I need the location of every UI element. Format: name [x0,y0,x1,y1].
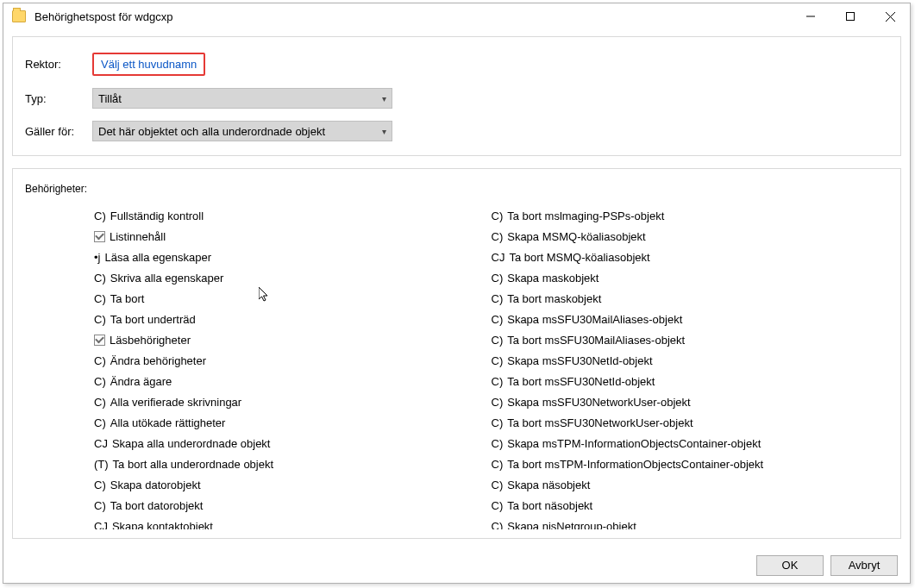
maximize-button[interactable] [830,3,870,29]
permission-prefix: C) [94,375,106,388]
permission-item[interactable]: C)Ta bort msTPM-InformationObjectsContai… [492,454,889,474]
permission-item[interactable]: C)Ta bort msSFU30NetId-objekt [492,371,889,391]
permission-label: Läsa alla egenskaper [104,251,211,264]
permission-item[interactable]: C)Skapa msSFU30MailAliases-objekt [492,309,889,329]
select-principal-link[interactable]: Välj ett huvudnamn [92,53,205,76]
permission-label: Ta bort mslmaging-PSPs-objekt [507,210,664,222]
permission-label: Ta bort näsobjekt [507,499,592,512]
chevron-down-icon: ▾ [382,127,386,136]
permission-item[interactable]: C)Ta bort msSFU30MailAliases-objekt [492,329,889,350]
checkbox-icon[interactable] [94,335,105,346]
permission-prefix: (T) [94,458,109,471]
permission-prefix: C) [492,272,504,285]
permission-item[interactable]: C)Ta bort [94,288,492,309]
dialog-window: Behörighetspost för wdgcxp Rektor: Välj … [3,3,911,584]
permission-item[interactable]: C)Skapa msTPM-InformationObjectsContaine… [492,433,889,454]
permission-item[interactable]: C)Alla vеrifierade skrivningar [94,391,492,412]
permission-item[interactable]: C)Ta bort msSFU30NetworkUser-objekt [492,412,889,433]
permission-prefix: C) [492,437,504,450]
permission-label: Ta bort msSFU30NetId-objekt [507,375,655,388]
permission-label: Ta bort underträd [110,313,196,326]
permission-prefix: C) [94,292,106,305]
permission-label: Skapa kontaktobjekt [112,520,213,530]
applies-to-value: Det här objektet och alla underordnade o… [98,125,325,138]
permission-prefix: C) [492,210,504,222]
cancel-button[interactable]: Avbryt [830,555,898,576]
permission-item[interactable]: C)Ta bort underträd [94,309,492,329]
permission-item[interactable]: C)Skapa msSFU30NetworkUser-objekt [492,391,889,412]
permission-label: Skapa msSFU30NetId-objekt [507,354,652,367]
permission-item[interactable]: •jLäsa alla egenskaper [94,247,492,267]
permission-prefix: C) [492,334,504,347]
permission-prefix: C) [492,354,504,367]
permission-item[interactable]: C)Ta bort mslmaging-PSPs-objekt [492,205,889,226]
permission-prefix: C) [492,313,504,326]
close-button[interactable] [870,3,910,29]
permission-item[interactable]: C)Ändra ägare [94,371,492,391]
permission-item[interactable]: C)Skapa datorobjekt [94,474,492,495]
permission-item[interactable]: C)Ändra behörigheter [94,350,492,371]
checkbox-icon[interactable] [94,231,105,242]
permission-item[interactable]: CJSkapa alla underordnade objekt [94,433,492,454]
permission-label: Skapa alla underordnade objekt [112,437,271,450]
applies-to-dropdown[interactable]: Det här objektet och alla underordnade o… [92,121,392,141]
permission-item[interactable]: (T)Ta bort alla underordnade objekt [94,454,492,474]
type-dropdown[interactable]: Tillåt ▾ [92,88,392,109]
permission-item[interactable]: C)Skapa näsobjekt [492,474,889,495]
permission-prefix: CJ [94,520,108,530]
permission-prefix: C) [94,396,106,409]
permission-item[interactable]: C)Skapa MSMQ-köaliasobjekt [492,226,889,247]
permission-prefix: •j [94,251,100,264]
permission-item[interactable]: CJTa bort MSMQ-köaliasobjekt [492,247,889,267]
permission-item[interactable]: C)Ta bort maskobjekt [492,288,889,309]
permission-label: Läsbehörigheter [110,334,191,347]
title-bar: Behörighetspost för wdgcxp [3,3,910,29]
permission-label: Skapa msSFU30NetworkUser-objekt [507,396,690,409]
permission-label: Listinnehåll [110,230,166,243]
permission-label: Alla utökade rättigheter [110,416,226,429]
permission-item[interactable]: C)Skapa maskobjekt [492,267,889,288]
permission-label: Skapa datorobjekt [110,479,201,491]
typ-label: Typ: [25,92,92,105]
permission-prefix: C) [492,520,504,530]
permission-item[interactable]: Listinnehåll [94,226,492,247]
minimize-button[interactable] [791,3,830,29]
header-panel: Rektor: Välj ett huvudnamn Typ: Tillåt ▾… [12,36,901,156]
permission-prefix: CJ [94,437,108,450]
permission-item[interactable]: C)Ta bort näsobjekt [492,495,889,516]
permission-item[interactable]: C)Skriva alla egenskaper [94,267,492,288]
permission-prefix: C) [492,458,504,471]
rektor-label: Rektor: [25,58,92,71]
permission-item[interactable]: C)Fullständig kontroll [94,205,492,226]
permission-item[interactable]: C)Ta bort datorobjekt [94,495,492,516]
permission-item[interactable]: CJSkapa kontaktobjekt [94,516,492,529]
permission-prefix: C) [94,499,106,512]
window-title: Behörighetspost för wdgcxp [34,10,791,23]
permission-label: Skriva alla egenskaper [110,272,224,285]
permission-label: Ändra ägare [110,375,172,388]
permissions-right-column: C)Ta bort mslmaging-PSPs-objektC)Skapa M… [492,205,889,529]
permission-item[interactable]: Läsbehörigheter [94,329,492,350]
permission-label: Fullständig kontroll [110,210,204,222]
permission-label: Ta bort datorobjekt [110,499,204,512]
permission-label: Ta bort msTPM-InformationObjectsContaine… [507,458,763,471]
permission-label: Ta bort alla underordnade objekt [113,458,273,471]
permission-label: Skapa nisNetgroup-objekt [507,520,636,530]
permission-item[interactable]: C)Skapa msSFU30NetId-objekt [492,350,889,371]
chevron-down-icon: ▾ [382,94,386,103]
permission-label: Ta bort msSFU30MailAliases-objekt [507,334,685,347]
permissions-left-column: C)Fullständig kontrollListinnehåll•jLäsa… [25,205,492,529]
ok-button[interactable]: OK [756,555,824,576]
permission-prefix: C) [94,479,106,491]
permission-item[interactable]: C)Alla utökade rättigheter [94,412,492,433]
type-value: Tillåt [98,92,122,105]
permission-item[interactable]: C)Skapa nisNetgroup-objekt [492,516,889,529]
permissions-header: Behörigheter: [25,183,888,195]
permission-label: Skapa msSFU30MailAliases-objekt [507,313,682,326]
permission-label: Ta bort maskobjekt [507,292,601,305]
permissions-panel: Behörigheter: C)Fullständig kontrollList… [12,168,901,539]
permission-prefix: C) [492,416,504,429]
window-controls [791,3,910,29]
permission-prefix: CJ [492,251,505,264]
permission-label: Ta bort [110,292,145,305]
